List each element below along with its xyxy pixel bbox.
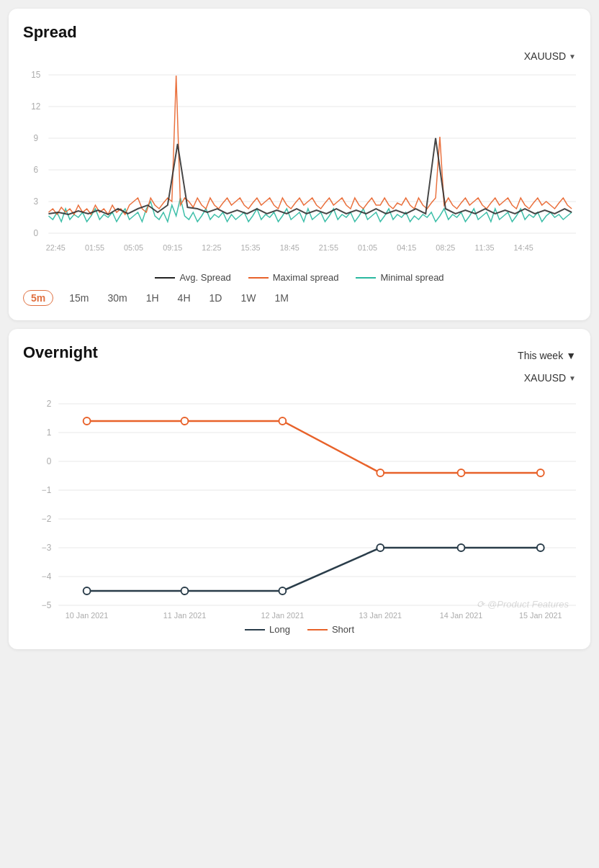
- svg-text:13 Jan 2021: 13 Jan 2021: [359, 611, 402, 620]
- watermark: ⟳ @Product Features: [477, 599, 569, 610]
- svg-text:0: 0: [33, 228, 38, 238]
- svg-text:12: 12: [31, 101, 41, 112]
- svg-text:05:05: 05:05: [124, 243, 143, 252]
- svg-text:01:05: 01:05: [358, 243, 377, 252]
- svg-point-55: [279, 587, 286, 595]
- svg-text:14 Jan 2021: 14 Jan 2021: [440, 611, 483, 620]
- svg-text:−1: −1: [42, 485, 52, 495]
- time-button-group: 5m 15m 30m 1H 4H 1D 1W 1M: [23, 290, 576, 306]
- legend-avg-spread: Avg. Spread: [155, 272, 230, 283]
- overnight-legend: Long Short: [23, 624, 576, 635]
- svg-point-56: [377, 544, 384, 551]
- legend-min-spread: Minimal spread: [356, 272, 443, 283]
- svg-text:15: 15: [31, 70, 41, 80]
- legend-avg-spread-line: [155, 277, 175, 279]
- overnight-week-arrow: ▼: [566, 350, 576, 361]
- svg-point-54: [181, 587, 189, 595]
- svg-point-52: [537, 469, 544, 476]
- overnight-week-label: This week: [518, 350, 563, 361]
- svg-text:09:15: 09:15: [163, 243, 182, 252]
- svg-point-48: [181, 417, 189, 425]
- svg-point-50: [377, 469, 384, 476]
- spread-chart-area: 15 12 9 6 3 0 22:45 01:55 05:05 09:15 12…: [23, 65, 576, 266]
- svg-text:1: 1: [47, 428, 52, 438]
- spread-symbol-arrow: ▼: [569, 53, 576, 60]
- time-btn-4h[interactable]: 4H: [175, 291, 194, 305]
- spread-card: Spread XAUUSD ▼ 15 12 9 6 3 0 22:45 01:5…: [9, 9, 590, 320]
- legend-max-spread: Maximal spread: [248, 272, 339, 283]
- svg-text:0: 0: [47, 456, 52, 466]
- spread-chart-svg: 15 12 9 6 3 0 22:45 01:55 05:05 09:15 12…: [23, 65, 576, 266]
- overnight-title: Overnight: [23, 343, 98, 362]
- overnight-symbol-selector[interactable]: XAUUSD ▼: [524, 372, 576, 384]
- overnight-chart-svg: 2 1 0 −1 −2 −3 −4 −5 10 Jan 2021 11 Jan …: [23, 389, 576, 620]
- overnight-card-header: Overnight This week ▼: [23, 343, 576, 368]
- spread-symbol-label: XAUUSD: [524, 50, 566, 62]
- svg-text:01:55: 01:55: [85, 243, 104, 252]
- svg-text:3: 3: [33, 196, 38, 207]
- legend-short-line: [307, 629, 328, 630]
- svg-point-58: [537, 544, 544, 551]
- svg-point-57: [458, 544, 465, 551]
- svg-text:04:15: 04:15: [397, 243, 416, 252]
- overnight-card: Overnight This week ▼ XAUUSD ▼ 2 1: [9, 329, 590, 649]
- svg-text:21:55: 21:55: [319, 243, 338, 252]
- overnight-week-selector[interactable]: This week ▼: [518, 350, 576, 361]
- spread-title: Spread: [23, 23, 77, 42]
- overnight-chart-area: 2 1 0 −1 −2 −3 −4 −5 10 Jan 2021 11 Jan …: [23, 389, 576, 620]
- legend-long: Long: [245, 624, 290, 635]
- svg-text:12 Jan 2021: 12 Jan 2021: [261, 611, 305, 620]
- overnight-symbol-arrow: ▼: [569, 374, 576, 382]
- svg-text:15:35: 15:35: [241, 243, 261, 252]
- svg-point-47: [84, 417, 91, 425]
- svg-text:12:25: 12:25: [202, 243, 221, 252]
- time-btn-30m[interactable]: 30m: [104, 291, 130, 305]
- svg-text:11:35: 11:35: [474, 243, 494, 252]
- spread-symbol-selector[interactable]: XAUUSD ▼: [524, 50, 576, 62]
- svg-text:18:45: 18:45: [280, 243, 300, 252]
- legend-min-spread-label: Minimal spread: [380, 272, 443, 283]
- svg-text:15 Jan 2021: 15 Jan 2021: [519, 611, 562, 620]
- time-btn-1d[interactable]: 1D: [207, 291, 225, 305]
- overnight-symbol-label: XAUUSD: [524, 372, 566, 384]
- svg-text:−5: −5: [42, 600, 52, 610]
- svg-text:6: 6: [33, 165, 38, 175]
- spread-legend: Avg. Spread Maximal spread Minimal sprea…: [23, 272, 576, 283]
- svg-text:14:45: 14:45: [514, 243, 533, 252]
- svg-point-51: [458, 469, 465, 476]
- time-btn-1h[interactable]: 1H: [143, 291, 162, 305]
- legend-max-spread-label: Maximal spread: [273, 272, 339, 283]
- svg-text:22:45: 22:45: [46, 243, 66, 252]
- legend-short: Short: [307, 624, 354, 635]
- svg-text:−4: −4: [42, 571, 52, 582]
- svg-text:−2: −2: [42, 514, 52, 524]
- time-btn-15m[interactable]: 15m: [66, 291, 91, 305]
- svg-text:−3: −3: [42, 543, 52, 553]
- svg-text:08:25: 08:25: [436, 243, 455, 252]
- time-btn-1m[interactable]: 1M: [271, 291, 291, 305]
- spread-card-header: Spread: [23, 23, 576, 48]
- legend-min-spread-line: [356, 277, 376, 279]
- legend-max-spread-line: [248, 277, 269, 279]
- svg-text:2: 2: [47, 399, 52, 409]
- svg-text:10 Jan 2021: 10 Jan 2021: [66, 611, 109, 620]
- time-btn-1w[interactable]: 1W: [238, 291, 258, 305]
- legend-long-label: Long: [269, 624, 290, 635]
- svg-point-49: [279, 417, 286, 425]
- svg-point-53: [84, 587, 91, 595]
- legend-long-line: [245, 629, 265, 630]
- svg-text:11 Jan 2021: 11 Jan 2021: [163, 611, 207, 620]
- svg-text:9: 9: [33, 133, 38, 143]
- legend-short-label: Short: [332, 624, 354, 635]
- time-btn-5m[interactable]: 5m: [23, 290, 53, 306]
- legend-avg-spread-label: Avg. Spread: [179, 272, 230, 283]
